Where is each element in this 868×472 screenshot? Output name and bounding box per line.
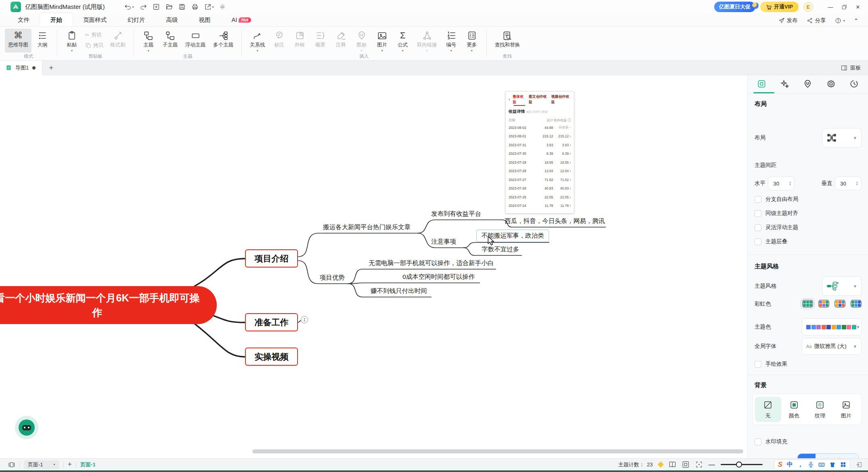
tab-badge-panel[interactable] (826, 79, 836, 90)
bg-color-tile[interactable]: 颜色 (781, 397, 807, 422)
tab-style-panel[interactable] (757, 79, 766, 90)
floating-topic-button[interactable]: 浮动主题 (182, 29, 209, 53)
topic-banyun[interactable]: 搬运各大新闻平台热门娱乐文章 (323, 223, 411, 232)
restore-button[interactable] (838, 2, 850, 12)
checkbox-flexible-floating[interactable]: 灵活浮动主题 (755, 224, 798, 231)
bidirectional-link-button[interactable]: 双向链接▾ (414, 29, 440, 53)
skin-icon[interactable] (829, 461, 836, 468)
checkbox-watermark[interactable]: 水印填充 (755, 438, 787, 445)
branch-prepare[interactable]: 准备工作 (245, 313, 298, 331)
theme-color-dropdown[interactable]: ▼ (802, 318, 862, 335)
checkbox-sibling-align[interactable]: 同级主题对齐 (755, 210, 798, 217)
topic-chengben[interactable]: 0成本空闲时间都可以操作 (403, 273, 475, 281)
numbering-button[interactable]: 编号▾ (442, 29, 461, 53)
vip-button[interactable]: 开通VIP (760, 2, 799, 12)
topic-wuxu[interactable]: 无需电脑一部手机就可以操作，适合新手小白 (369, 259, 494, 268)
ime-punctuation-toggle[interactable]: ， (797, 461, 803, 468)
page-tab[interactable]: 页面-1 (80, 461, 96, 468)
sogou-icon[interactable]: S (778, 461, 782, 469)
horizontal-scrollbar[interactable] (252, 449, 743, 453)
tab-ai-panel[interactable] (780, 79, 789, 90)
add-document-button[interactable]: + (49, 63, 53, 72)
avatar[interactable]: E (803, 2, 813, 12)
topic-fabu[interactable]: 发布到有收益平台 (431, 210, 481, 218)
undo-button[interactable]: ▾ (124, 3, 134, 11)
multiple-topics-button[interactable]: 多个主题 (210, 29, 237, 53)
redo-button[interactable] (140, 3, 147, 11)
tab-advanced[interactable]: 高级 (156, 13, 189, 26)
print-button[interactable] (191, 3, 199, 11)
cut-button[interactable]: ✂剪切 (83, 30, 106, 40)
tab-home[interactable]: 开始 (40, 13, 73, 26)
open-file-button[interactable] (166, 3, 173, 11)
rainbow-option[interactable] (802, 300, 813, 308)
find-replace-button[interactable]: 查找和替换 (492, 29, 524, 53)
topic-zhuan[interactable]: 赚不到钱只付出时间 (371, 287, 427, 295)
keyboard-icon[interactable] (818, 461, 825, 468)
mindmap-canvas[interactable]: ‹ 整体收益 图文创作收益 视频创作收益 收益详情截至 23:59 已更新 日期… (0, 75, 747, 458)
toolbox-grid-icon[interactable] (840, 461, 846, 468)
bg-texture-tile[interactable]: 纹理 (807, 397, 833, 422)
share-button[interactable]: 分享 (807, 17, 826, 24)
undo-caret[interactable]: ▾ (132, 5, 134, 9)
publish-button[interactable]: 发布 (778, 17, 798, 24)
collapse-count-badge[interactable]: 1 (301, 316, 308, 323)
layout-dropdown[interactable]: ▼ (822, 128, 862, 148)
checkbox-hand-drawn[interactable]: 手绘效果 (755, 360, 787, 368)
theme-style-dropdown[interactable]: ▼ (822, 276, 862, 296)
topic-pingtai[interactable]: 西瓜，抖音，今日头条，网易，腾讯 (505, 217, 605, 225)
bg-none-tile[interactable]: 无 (755, 397, 781, 422)
export-button[interactable]: ▾ (204, 3, 214, 11)
fullscreen-icon[interactable] (695, 461, 703, 468)
checkbox-topic-overlap[interactable]: 主题层叠 (755, 238, 787, 245)
tab-ai[interactable]: AIHot (221, 13, 262, 26)
horizontal-spacing-stepper[interactable]: 30▲▼ (768, 177, 795, 190)
tab-file[interactable]: 文件 (7, 13, 40, 26)
collapse-ribbon-button[interactable]: ⌃ (854, 17, 858, 24)
ime-chinese-toggle[interactable]: 中 (787, 461, 793, 468)
branch-video[interactable]: 实操视频 (245, 348, 298, 366)
comment-button[interactable]: 注释 (331, 29, 351, 53)
topic-zhuyi[interactable]: 注意事项 (431, 238, 456, 246)
subtopic-button[interactable]: 子主题 (159, 29, 181, 53)
ai-assistant-button[interactable] (15, 416, 38, 439)
copy-button[interactable]: 拷贝 (83, 41, 106, 50)
help-button[interactable]: ▾ (835, 17, 845, 24)
checkbox-free-branch-layout[interactable]: 分支自由布局 (755, 196, 798, 203)
new-file-button[interactable] (153, 3, 160, 11)
reading-mode-icon[interactable] (669, 461, 676, 468)
rainbow-option[interactable] (834, 300, 845, 308)
document-tab[interactable]: 导图1 (0, 61, 42, 75)
topic-youshi[interactable]: 项目优势 (320, 274, 345, 282)
fit-page-icon[interactable] (682, 461, 690, 468)
customize-toolbar-button[interactable] (220, 4, 225, 10)
central-topic[interactable]: 看一个小时娱乐新闻一个月6K一部手机即可操作 (0, 286, 217, 324)
page-selector[interactable]: 页面-1▾ (24, 460, 59, 469)
global-font-dropdown[interactable]: Aa微软雅黑 (大) ▼ (802, 338, 862, 355)
microphone-icon[interactable] (808, 461, 814, 468)
summer-promo-badge[interactable]: 亿图夏日大促 (714, 2, 755, 12)
tab-view[interactable]: 视图 (189, 13, 221, 26)
zoom-out-button[interactable]: — (709, 461, 715, 468)
export-caret[interactable]: ▾ (212, 5, 214, 9)
tab-page-style[interactable]: 页面样式 (73, 13, 117, 26)
close-button[interactable]: ✕ (852, 2, 864, 12)
paste-button[interactable]: 粘贴▾ (62, 29, 82, 53)
relationship-line-button[interactable]: 关系线▾ (247, 29, 268, 53)
more-insert-button[interactable]: 更多▾ (462, 29, 482, 53)
icon-marker-button[interactable]: 图标▾ (352, 29, 371, 53)
income-screenshot[interactable]: ‹ 整体收益 图文创作收益 视频创作收益 收益详情截至 23:59 已更新 日期… (505, 91, 574, 213)
tray-collapse-icon[interactable] (856, 461, 862, 468)
summary-button[interactable]: 概要 (311, 29, 330, 53)
vertical-spacing-stepper[interactable]: 30▲▼ (835, 177, 862, 190)
save-button[interactable] (178, 3, 186, 11)
tab-history-panel[interactable] (849, 79, 859, 90)
formula-button[interactable]: Σ 公式▾ (393, 29, 413, 53)
tab-sticker-panel[interactable] (803, 79, 812, 90)
page-overview-icon[interactable] (8, 461, 15, 468)
picture-button[interactable]: 图片▾ (373, 29, 392, 53)
tab-slides[interactable]: 幻灯片 (117, 13, 156, 26)
minimize-button[interactable]: — (824, 2, 837, 12)
bg-image-tile[interactable]: 图片 (833, 397, 860, 422)
format-painter-button[interactable]: 格式刷 (107, 29, 129, 53)
